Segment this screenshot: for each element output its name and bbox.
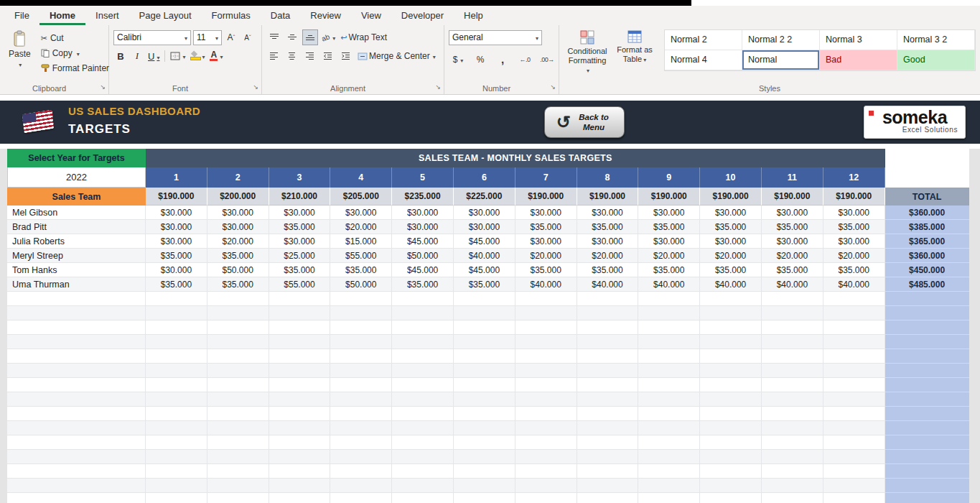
comma-style-button[interactable]: , xyxy=(495,52,510,68)
target-value-cell[interactable]: $25.000 xyxy=(269,249,331,263)
salesperson-name-cell[interactable]: Uma Thurman xyxy=(7,277,146,292)
empty-cell[interactable] xyxy=(762,292,823,306)
empty-cell[interactable] xyxy=(7,421,146,435)
empty-cell[interactable] xyxy=(146,335,207,349)
empty-cell[interactable] xyxy=(7,392,146,407)
empty-cell[interactable] xyxy=(7,364,146,378)
number-format-select[interactable]: General xyxy=(449,30,542,45)
empty-cell[interactable] xyxy=(762,464,823,479)
target-value-cell[interactable]: $35.000 xyxy=(762,263,823,277)
wrap-text-button[interactable]: ↩ Wrap Text xyxy=(339,29,388,45)
empty-cell[interactable] xyxy=(330,421,392,435)
row-total-cell[interactable]: $360.000 xyxy=(885,249,969,263)
row-total-cell[interactable]: $450.000 xyxy=(885,263,969,277)
target-value-cell[interactable]: $30.000 xyxy=(638,206,700,220)
empty-cell[interactable] xyxy=(454,407,515,421)
empty-cell[interactable] xyxy=(454,421,515,435)
empty-cell[interactable] xyxy=(330,364,392,378)
target-value-cell[interactable]: $30.000 xyxy=(454,220,515,234)
empty-cell[interactable] xyxy=(700,335,762,349)
target-value-cell[interactable]: $45.000 xyxy=(454,263,515,277)
empty-cell[interactable] xyxy=(700,378,762,392)
target-value-cell[interactable]: $30.000 xyxy=(207,220,269,234)
target-value-cell[interactable]: $35.000 xyxy=(269,220,331,234)
empty-cell[interactable] xyxy=(577,392,639,407)
target-value-cell[interactable]: $30.000 xyxy=(392,220,454,234)
select-year-label[interactable]: Select Year for Targets xyxy=(7,149,146,167)
empty-cell[interactable] xyxy=(269,392,331,407)
empty-cell[interactable] xyxy=(207,392,269,407)
empty-cell[interactable] xyxy=(269,320,331,335)
empty-cell[interactable] xyxy=(330,306,392,320)
empty-total-cell[interactable] xyxy=(885,450,969,464)
empty-cell[interactable] xyxy=(330,479,392,493)
empty-cell[interactable] xyxy=(823,421,885,435)
paste-button[interactable]: Paste xyxy=(4,29,35,75)
style-normal-3-2[interactable]: Normal 3 2 xyxy=(897,30,975,50)
empty-cell[interactable] xyxy=(700,421,762,435)
empty-cell[interactable] xyxy=(146,292,207,306)
menu-tab-home[interactable]: Home xyxy=(39,6,85,25)
empty-cell[interactable] xyxy=(700,435,762,450)
empty-cell[interactable] xyxy=(577,364,639,378)
empty-cell[interactable] xyxy=(638,421,700,435)
empty-cell[interactable] xyxy=(454,435,515,450)
empty-cell[interactable] xyxy=(577,349,639,364)
menu-tab-formulas[interactable]: Formulas xyxy=(202,6,261,25)
target-value-cell[interactable]: $45.000 xyxy=(392,263,454,277)
empty-cell[interactable] xyxy=(577,435,639,450)
italic-button[interactable]: I xyxy=(130,48,144,64)
empty-cell[interactable] xyxy=(392,306,454,320)
empty-cell[interactable] xyxy=(207,464,269,479)
empty-cell[interactable] xyxy=(269,364,331,378)
empty-cell[interactable] xyxy=(700,407,762,421)
target-value-cell[interactable]: $35.000 xyxy=(392,277,454,292)
style-normal[interactable]: Normal xyxy=(742,50,820,70)
target-value-cell[interactable]: $20.000 xyxy=(823,249,885,263)
empty-cell[interactable] xyxy=(454,306,515,320)
monthly-target-cell[interactable]: $200.000 xyxy=(207,188,269,206)
empty-cell[interactable] xyxy=(7,407,146,421)
empty-cell[interactable] xyxy=(269,349,331,364)
decrease-font-size-button[interactable]: Aˇ xyxy=(241,29,255,45)
empty-cell[interactable] xyxy=(700,493,762,503)
menu-tab-help[interactable]: Help xyxy=(454,6,493,25)
monthly-target-cell[interactable]: $190.000 xyxy=(515,188,577,206)
menu-tab-developer[interactable]: Developer xyxy=(391,6,454,25)
empty-cell[interactable] xyxy=(146,407,207,421)
increase-font-size-button[interactable]: Aˆ xyxy=(224,29,238,45)
empty-cell[interactable] xyxy=(269,493,331,503)
empty-cell[interactable] xyxy=(823,306,885,320)
target-value-cell[interactable]: $20.000 xyxy=(515,249,577,263)
menu-tab-page-layout[interactable]: Page Layout xyxy=(129,6,202,25)
empty-cell[interactable] xyxy=(330,378,392,392)
monthly-target-cell[interactable]: $190.000 xyxy=(146,188,207,206)
bold-button[interactable]: B xyxy=(113,48,128,64)
target-value-cell[interactable]: $20.000 xyxy=(207,234,269,249)
target-value-cell[interactable]: $35.000 xyxy=(823,263,885,277)
empty-cell[interactable] xyxy=(269,292,331,306)
target-value-cell[interactable]: $40.000 xyxy=(823,277,885,292)
target-value-cell[interactable]: $35.000 xyxy=(146,277,207,292)
empty-cell[interactable] xyxy=(823,320,885,335)
empty-cell[interactable] xyxy=(269,306,331,320)
empty-cell[interactable] xyxy=(577,479,639,493)
empty-cell[interactable] xyxy=(638,392,700,407)
decrease-decimal-button[interactable]: .00→ xyxy=(539,52,555,68)
target-value-cell[interactable]: $50.000 xyxy=(207,263,269,277)
monthly-target-cell[interactable]: $235.000 xyxy=(392,188,454,206)
target-value-cell[interactable]: $35.000 xyxy=(207,249,269,263)
decrease-indent-button[interactable] xyxy=(320,48,336,64)
salesperson-name-cell[interactable]: Julia Roberts xyxy=(7,234,146,249)
empty-cell[interactable] xyxy=(7,349,146,364)
empty-cell[interactable] xyxy=(700,464,762,479)
empty-cell[interactable] xyxy=(392,421,454,435)
empty-cell[interactable] xyxy=(7,493,146,503)
target-value-cell[interactable]: $35.000 xyxy=(207,277,269,292)
empty-cell[interactable] xyxy=(700,479,762,493)
merge-center-button[interactable]: Merge & Center xyxy=(356,48,437,64)
empty-cell[interactable] xyxy=(146,435,207,450)
empty-total-cell[interactable] xyxy=(885,349,969,364)
empty-cell[interactable] xyxy=(638,292,700,306)
empty-cell[interactable] xyxy=(515,464,577,479)
